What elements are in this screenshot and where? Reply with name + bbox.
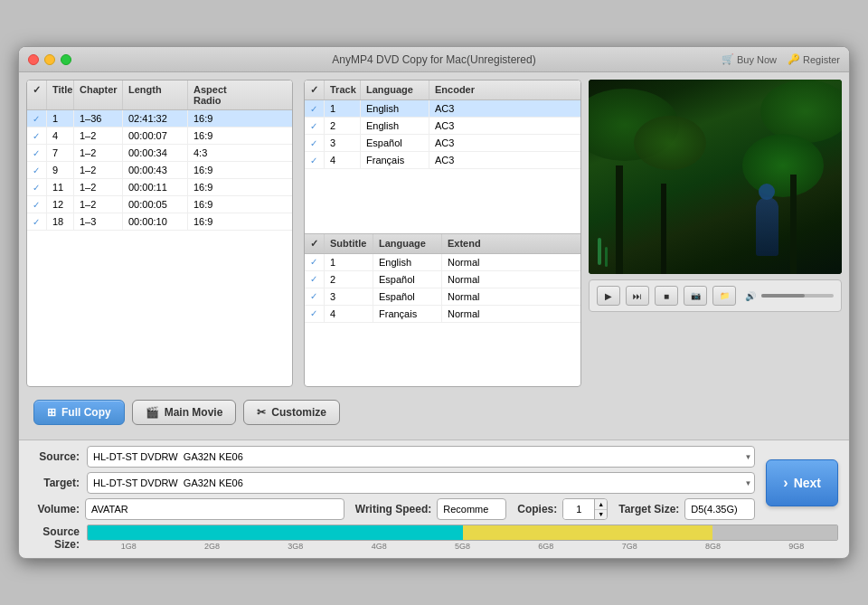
check-icon: ✓ [33,217,40,227]
minimize-button[interactable] [44,54,55,65]
copies-label: Copies: [517,503,557,515]
writing-speed-dropdown: Recomme 2x 4x 8x [437,498,506,520]
tick-8: 8G8 [705,542,721,551]
table-row[interactable]: ✓ 4FrançaisNormal [305,306,580,323]
key-icon: 🔑 [788,53,800,65]
plant-1 [598,238,601,265]
maximize-button[interactable] [61,54,71,65]
check-icon: ✓ [33,165,40,175]
check-icon: ✓ [310,138,317,148]
subtitle-col-extend: Extend [442,234,496,253]
track-col-track: Track [325,80,361,99]
target-size-dropdown: D5(4.35G) D9(8.5G) Custom [684,498,755,520]
table-row[interactable]: ✓ 181–300:00:1016:9 [27,213,292,231]
subtitle-table: ✓ Subtitle Language Extend ✓ 1EnglishNor… [305,234,580,387]
trunk-2 [661,184,666,274]
main-movie-label: Main Movie [165,406,223,419]
table-row[interactable]: ✓ 71–200:00:344:3 [27,145,292,162]
title-col-check: ✓ [27,80,47,109]
table-row[interactable]: ✓ 91–200:00:4316:9 [27,162,292,179]
table-row[interactable]: ✓ 41–200:00:0716:9 [27,128,292,145]
skip-button[interactable]: ⏭ [626,286,649,306]
plant-2 [605,247,608,267]
target-size-label: Target Size: [618,503,679,515]
main-movie-icon: 🎬 [146,406,159,419]
table-row[interactable]: ✓ 2EspañolNormal [305,271,580,288]
track-col-check: ✓ [305,80,325,99]
target-size-select[interactable]: D5(4.35G) D9(8.5G) Custom [684,498,755,520]
size-bar-ticks: 1G8 2G8 3G8 4G8 5G8 6G8 7G8 8G8 9G8 [87,542,838,551]
copies-stepper[interactable]: ▲ ▼ [562,498,608,520]
copies-up[interactable]: ▲ [595,499,607,510]
table-row[interactable]: ✓ 3EspañolAC3 [305,135,580,152]
title-col-aspect: Aspect Radio [188,80,250,109]
table-row[interactable]: ✓ 1EnglishNormal [305,254,580,271]
size-bar-yellow [463,525,712,540]
check-icon: ✓ [310,121,317,131]
subtitle-rows: ✓ 1EnglishNormal ✓ 2EspañolNormal ✓ 3Esp… [305,254,580,323]
settings-area: Source: ▼ Target: ▼ Volume: Writing Spee… [30,446,755,525]
tick-1: 1G8 [121,542,137,551]
source-size-row: Source Size: 1G8 2G8 3G8 4G8 5G8 6G8 7G8… [19,525,849,558]
source-row: Source: ▼ [30,446,755,468]
copies-input[interactable] [563,499,595,519]
target-label: Target: [30,477,80,489]
main-movie-button[interactable]: 🎬 Main Movie [132,400,237,425]
play-button[interactable]: ▶ [597,286,620,306]
track-table: ✓ Track Language Encoder ✓ 1EnglishAC3 [305,80,580,233]
title-rows: ✓ 11–3602:41:3216:9 ✓ 41–200:00:0716:9 ✓… [27,110,292,231]
tick-2: 2G8 [204,542,220,551]
check-icon: ✓ [310,274,317,284]
stop-button[interactable]: ■ [655,286,678,306]
source-input[interactable] [87,446,755,468]
target-input[interactable] [87,472,755,494]
check-icon: ✓ [33,114,40,124]
table-row[interactable]: ✓ 4FrançaisAC3 [305,152,580,169]
source-label: Source: [30,450,80,463]
full-copy-button[interactable]: ⊞ Full Copy [33,400,125,425]
titlebar: AnyMP4 DVD Copy for Mac(Unregistered) 🛒 … [19,47,849,72]
customize-label: Customize [271,406,326,419]
check-icon: ✓ [310,291,317,301]
writing-speed-select[interactable]: Recomme 2x 4x 8x [437,498,506,520]
titlebar-actions: 🛒 Buy Now 🔑 Register [722,53,840,65]
foliage-4 [742,134,824,197]
copies-arrows: ▲ ▼ [595,499,607,519]
copies-down[interactable]: ▼ [595,510,607,520]
volume-input[interactable] [85,498,344,520]
folder-button[interactable]: 📁 [712,286,736,306]
next-button[interactable]: › Next [766,459,838,506]
track-subtitle-area: ✓ Track Language Encoder ✓ 1EnglishAC3 [304,80,581,387]
volume-slider[interactable] [761,294,834,298]
tables-area: ✓ Title Chapter Length Aspect Radio ✓ 11… [26,80,581,432]
table-row[interactable]: ✓ 111–200:00:1116:9 [27,179,292,196]
target-row: Target: ▼ [30,472,755,494]
register-label: Register [803,54,840,65]
next-chevron-icon: › [783,475,788,491]
table-row[interactable]: ✓ 11–3602:41:3216:9 [27,110,292,128]
register-button[interactable]: 🔑 Register [788,53,840,65]
title-col-title: Title [47,80,74,109]
customize-button[interactable]: ✂ Customize [243,400,340,425]
table-row[interactable]: ✓ 3EspañolNormal [305,288,580,306]
tick-9: 9G8 [788,542,804,551]
subtitle-col-language: Language [373,234,442,253]
table-row[interactable]: ✓ 121–200:00:0516:9 [27,196,292,213]
tick-7: 7G8 [622,542,637,551]
traffic-lights [28,54,71,65]
source-dropdown-wrap: ▼ [87,446,755,468]
buy-now-button[interactable]: 🛒 Buy Now [722,53,777,65]
customize-icon: ✂ [257,406,266,419]
foliage-3 [634,116,706,170]
preview-panel: 00:31:50 02:41:32 ▶ ⏭ ■ 📷 📁 🔊 [589,80,842,432]
track-col-language: Language [361,80,429,99]
tick-5: 5G8 [455,542,470,551]
table-row[interactable]: ✓ 1EnglishAC3 [305,100,580,118]
check-icon: ✓ [310,104,317,114]
track-col-encoder: Encoder [429,80,484,99]
foliage-2 [760,80,842,143]
player-controls: ▶ ⏭ ■ 📷 📁 🔊 [589,279,842,312]
table-row[interactable]: ✓ 2EnglishAC3 [305,118,580,135]
screenshot-button[interactable]: 📷 [684,286,707,306]
close-button[interactable] [28,54,39,65]
